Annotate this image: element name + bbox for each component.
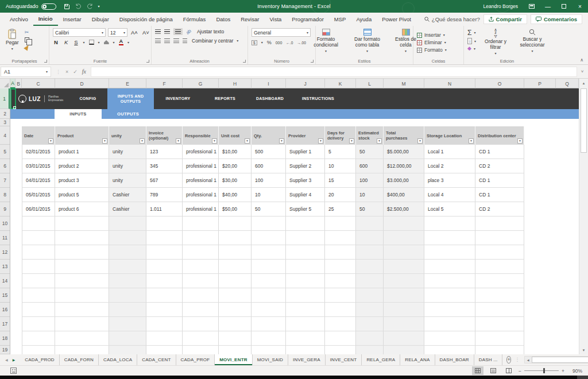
zoom-out-button[interactable]: − bbox=[519, 368, 521, 374]
cell[interactable] bbox=[384, 274, 424, 288]
sheet-tab-movi-said[interactable]: MOVI_SAID bbox=[253, 354, 288, 365]
filter-dropdown-icon[interactable]: ▼ bbox=[176, 138, 181, 144]
cell[interactable]: CD 1 bbox=[475, 188, 524, 202]
cell[interactable] bbox=[109, 303, 146, 317]
number-format-select[interactable]: General▾ bbox=[252, 28, 311, 37]
cell[interactable] bbox=[183, 216, 219, 231]
cell[interactable] bbox=[424, 274, 475, 288]
cell[interactable]: 20 bbox=[325, 188, 356, 202]
cell[interactable]: unity bbox=[109, 159, 146, 173]
comma-style-icon[interactable]: 000 bbox=[276, 41, 283, 45]
cell[interactable] bbox=[22, 260, 55, 274]
cell[interactable] bbox=[252, 331, 286, 346]
select-all-corner[interactable] bbox=[0, 79, 10, 88]
cell[interactable]: Supplier 1 bbox=[286, 145, 325, 159]
accounting-format-icon[interactable]: $ bbox=[252, 40, 257, 45]
cell[interactable] bbox=[219, 274, 252, 288]
cell[interactable] bbox=[384, 346, 424, 354]
cell[interactable] bbox=[356, 288, 384, 303]
cell[interactable] bbox=[252, 274, 286, 288]
alignment-dialog-launcher-icon[interactable] bbox=[243, 60, 246, 63]
cell[interactable] bbox=[22, 288, 55, 303]
cell[interactable]: CD 2 bbox=[475, 159, 524, 173]
subtab-outputs[interactable]: OUTPUTS bbox=[102, 109, 154, 119]
delete-cells-button[interactable]: Eliminar▾ bbox=[417, 40, 446, 45]
cell[interactable]: product 3 bbox=[55, 173, 109, 188]
cell[interactable] bbox=[356, 331, 384, 346]
cell[interactable]: $30,00 bbox=[219, 173, 252, 188]
cell[interactable]: 789 bbox=[146, 188, 183, 202]
paste-button[interactable]: Pegar ▾ bbox=[3, 28, 21, 51]
cell[interactable] bbox=[286, 346, 325, 354]
number-dialog-launcher-icon[interactable] bbox=[311, 60, 314, 63]
cell[interactable]: $10,00 bbox=[219, 145, 252, 159]
cell[interactable] bbox=[424, 303, 475, 317]
cell[interactable] bbox=[109, 317, 146, 331]
cell[interactable] bbox=[146, 331, 183, 346]
scroll-left-icon[interactable]: ◀ bbox=[525, 357, 532, 363]
confirm-entry-icon[interactable]: ✓ bbox=[73, 69, 78, 75]
cell[interactable] bbox=[146, 288, 183, 303]
cell[interactable] bbox=[146, 303, 183, 317]
menu-tab-vista[interactable]: Vista bbox=[264, 13, 287, 26]
ribbon-display-options-icon[interactable] bbox=[524, 0, 540, 13]
sheet-tab-cada-cent[interactable]: CADA_CENT bbox=[137, 354, 176, 365]
cell[interactable]: Local 2 bbox=[424, 159, 475, 173]
cell[interactable]: unity bbox=[109, 145, 146, 159]
column-header-L[interactable]: L bbox=[356, 79, 384, 88]
sheet-tab-rela-ana[interactable]: RELA_ANA bbox=[400, 354, 435, 365]
cell[interactable] bbox=[219, 216, 252, 231]
cell[interactable]: $5.000,00 bbox=[384, 145, 424, 159]
cell[interactable]: 04/01/2015 bbox=[22, 173, 55, 188]
merge-center-button[interactable]: Combinar y centrar bbox=[192, 38, 233, 44]
cell[interactable] bbox=[22, 216, 55, 231]
cell[interactable] bbox=[219, 260, 252, 274]
column-header-Q[interactable]: Q bbox=[556, 79, 579, 88]
cell[interactable]: 123 bbox=[146, 145, 183, 159]
workbook-nav-tab-config[interactable]: CONFIG bbox=[68, 88, 108, 109]
column-header-H[interactable]: H bbox=[219, 79, 252, 88]
cell[interactable]: product 2 bbox=[55, 159, 109, 173]
cell[interactable] bbox=[22, 317, 55, 331]
cell[interactable] bbox=[475, 231, 524, 245]
cell[interactable] bbox=[146, 216, 183, 231]
row-header-15[interactable]: 15 bbox=[0, 288, 10, 303]
cell[interactable]: $20,00 bbox=[219, 159, 252, 173]
sheet-tab-inve-cent[interactable]: INVE_CENT bbox=[326, 354, 362, 365]
filter-dropdown-icon[interactable]: ▼ bbox=[279, 138, 284, 144]
cell[interactable] bbox=[252, 303, 286, 317]
cell[interactable]: CD 1 bbox=[475, 145, 524, 159]
insert-function-icon[interactable]: fx bbox=[82, 68, 86, 75]
sheet-tab-inve-gera[interactable]: INVE_GERA bbox=[288, 354, 326, 365]
cell[interactable] bbox=[475, 216, 524, 231]
cell[interactable] bbox=[146, 317, 183, 331]
column-header-J[interactable]: J bbox=[286, 79, 325, 88]
column-header-D[interactable]: D bbox=[55, 79, 109, 88]
close-button[interactable]: × bbox=[572, 0, 588, 13]
cancel-entry-icon[interactable]: × bbox=[65, 69, 68, 75]
menu-tab-archivo[interactable]: Archivo bbox=[5, 13, 33, 26]
cell[interactable] bbox=[22, 303, 55, 317]
cell[interactable] bbox=[384, 288, 424, 303]
cell[interactable]: CD 1 bbox=[475, 173, 524, 188]
formula-input[interactable] bbox=[91, 67, 577, 77]
cell[interactable] bbox=[252, 346, 286, 354]
cell[interactable] bbox=[183, 245, 219, 260]
cell[interactable] bbox=[183, 331, 219, 346]
workbook-nav-tab-reports[interactable]: REPORTS bbox=[202, 88, 248, 109]
cell[interactable] bbox=[475, 245, 524, 260]
cell[interactable]: $3.000,00 bbox=[384, 173, 424, 188]
cell[interactable] bbox=[286, 274, 325, 288]
cell[interactable]: Cashier bbox=[109, 188, 146, 202]
row-header-17[interactable]: 17 bbox=[0, 317, 10, 331]
row-header-8[interactable]: 8 bbox=[0, 188, 10, 202]
filter-dropdown-icon[interactable]: ▼ bbox=[245, 138, 250, 144]
cell[interactable]: 500 bbox=[252, 145, 286, 159]
cell[interactable] bbox=[325, 216, 356, 231]
cell[interactable]: Supplier 3 bbox=[286, 173, 325, 188]
cell[interactable] bbox=[183, 260, 219, 274]
conditional-formatting-button[interactable]: Formato condicional ▾ bbox=[309, 28, 343, 53]
cell[interactable] bbox=[109, 331, 146, 346]
column-header-A[interactable]: A bbox=[10, 79, 16, 88]
share-button[interactable]: Compartir bbox=[483, 14, 527, 24]
